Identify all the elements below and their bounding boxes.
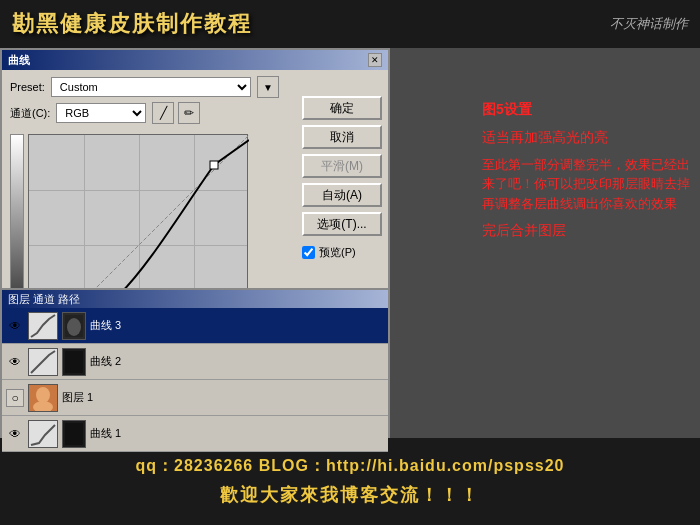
svg-point-4 <box>67 318 81 336</box>
svg-rect-8 <box>65 423 83 445</box>
main-area: 曲线 ✕ Preset: Custom ▼ 通道(C): RGB ╱ <box>0 48 700 438</box>
preview-row: 预览(P) <box>302 245 382 260</box>
preset-options-button[interactable]: ▼ <box>257 76 279 98</box>
layer-curves-thumb <box>28 420 58 448</box>
layer-name: 曲线 2 <box>90 354 384 369</box>
annotations: 图5设置 适当再加强高光的亮 至此第一部分调整完半，效果已经出来了吧！你可以把改… <box>482 98 692 242</box>
preset-row: Preset: Custom ▼ <box>10 76 380 98</box>
options-button[interactable]: 选项(T)... <box>302 212 382 236</box>
preview-label: 预览(P) <box>319 245 356 260</box>
layers-panel: 图层 通道 路径 👁 曲线 3 👁 <box>2 288 388 436</box>
layer-eye-icon[interactable]: 👁 <box>6 425 24 443</box>
annotation-line2: 至此第一部分调整完半，效果已经出来了吧！你可以把改印那层眼晴去掉再调整各层曲线调… <box>482 155 692 214</box>
pencil-button[interactable]: ✏ <box>178 102 200 124</box>
smooth-button[interactable]: 平滑(M) <box>302 154 382 178</box>
svg-rect-2 <box>210 161 218 169</box>
layer-mask-thumb <box>62 420 86 448</box>
layer-image-thumb <box>28 384 58 412</box>
dialog-buttons: 确定 取消 平滑(M) 自动(A) 选项(T)... 预览(P) <box>302 96 382 260</box>
layer-curves-thumb <box>28 348 58 376</box>
cancel-button[interactable]: 取消 <box>302 125 382 149</box>
fig-label: 图5设置 <box>482 98 692 120</box>
layer-row[interactable]: 👁 曲线 2 <box>2 344 388 380</box>
logo: 不灭神话制作 <box>610 15 688 33</box>
layer-row[interactable]: 👁 曲线 3 <box>2 308 388 344</box>
layer-mask-thumb <box>62 348 86 376</box>
svg-rect-5 <box>65 351 83 373</box>
layer-eye-icon[interactable]: ○ <box>6 389 24 407</box>
channel-label: 通道(C): <box>10 106 50 121</box>
layer-row[interactable]: ○ 图层 1 <box>2 380 388 416</box>
auto-button[interactable]: 自动(A) <box>302 183 382 207</box>
layer-curves-thumb <box>28 312 58 340</box>
dialog-title: 曲线 <box>8 53 30 68</box>
layer-name: 曲线 3 <box>90 318 384 333</box>
page-title: 勘黑健康皮肤制作教程 <box>12 9 252 39</box>
ok-button[interactable]: 确定 <box>302 96 382 120</box>
channel-select[interactable]: RGB <box>56 103 146 123</box>
preview-checkbox[interactable] <box>302 246 315 259</box>
annotation-line3: 完后合并图层 <box>482 219 692 241</box>
layers-title-text: 图层 通道 路径 <box>8 292 80 307</box>
layer-eye-icon[interactable]: 👁 <box>6 317 24 335</box>
footer-qq-blog: qq：28236266 BLOG：http://hi.baidu.com/psp… <box>136 456 565 477</box>
layer-name: 图层 1 <box>62 390 384 405</box>
layer-name: 曲线 1 <box>90 426 384 441</box>
draw-curve-button[interactable]: ╱ <box>152 102 174 124</box>
curve-tools: ╱ ✏ <box>152 102 200 124</box>
dialog-close-button[interactable]: ✕ <box>368 53 382 67</box>
header: 勘黑健康皮肤制作教程 不灭神话制作 <box>0 0 700 48</box>
annotation-line1: 适当再加强高光的亮 <box>482 126 692 148</box>
svg-point-7 <box>33 401 53 411</box>
preset-label: Preset: <box>10 81 45 93</box>
layer-mask-thumb <box>62 312 86 340</box>
layer-row[interactable]: 👁 曲线 1 <box>2 416 388 452</box>
footer-welcome: 歡迎大家來我博客交流！！！ <box>220 483 480 507</box>
layers-title: 图层 通道 路径 <box>2 290 388 308</box>
layer-eye-icon[interactable]: 👁 <box>6 353 24 371</box>
dialog-titlebar: 曲线 ✕ <box>2 50 388 70</box>
preset-select[interactable]: Custom <box>51 77 251 97</box>
svg-point-6 <box>36 387 50 403</box>
